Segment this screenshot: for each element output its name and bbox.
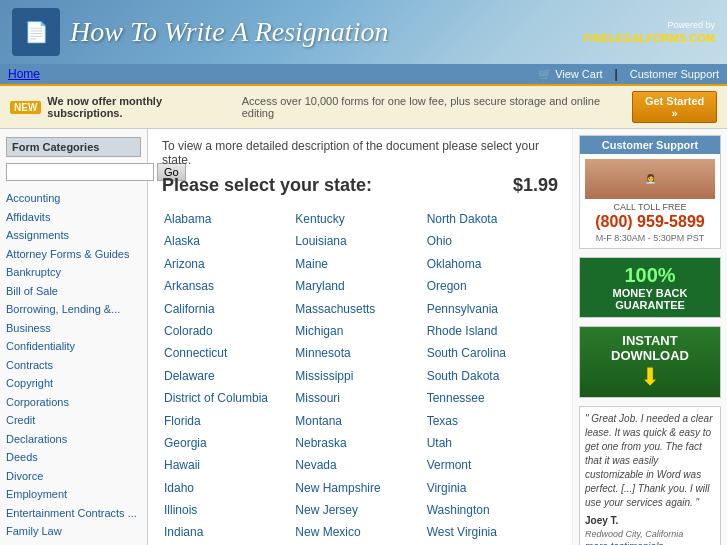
download-box: INSTANT DOWNLOAD ⬇ [579,326,721,398]
state-link[interactable]: Nebraska [295,432,414,454]
sidebar-item[interactable]: Bankruptcy [6,263,141,282]
state-link[interactable]: Tennessee [427,387,546,409]
state-link[interactable]: New Jersey [295,499,414,521]
state-link[interactable]: Indiana [164,521,283,543]
download-content: INSTANT DOWNLOAD ⬇ [580,327,720,397]
state-link[interactable]: Louisiana [295,230,414,252]
sidebar-item[interactable]: Entertainment Contracts ... [6,504,141,523]
state-link[interactable]: South Dakota [427,365,546,387]
support-header: Customer Support [580,136,720,154]
state-link[interactable]: Nevada [295,454,414,476]
state-link[interactable]: West Virginia [427,521,546,543]
testimonial-more-link[interactable]: more testimonials [585,541,663,545]
sidebar-item[interactable]: Attorney Forms & Guides [6,245,141,264]
sidebar-item[interactable]: Assignments [6,226,141,245]
sidebar-item[interactable]: Business [6,319,141,338]
state-link[interactable]: Oklahoma [427,253,546,275]
state-link[interactable]: Oregon [427,275,546,297]
powered-by-label: Powered by [584,20,715,30]
state-link[interactable]: Delaware [164,365,283,387]
document-icon: 📄 [12,8,60,56]
search-input[interactable] [6,163,154,181]
guarantee-line3: GUARANTEE [586,299,714,311]
state-link[interactable]: Virginia [427,477,546,499]
site-title: How To Write A Resignation [70,16,388,48]
navbar-home[interactable]: Home [8,67,40,81]
state-link[interactable]: New Hampshire [295,477,414,499]
state-link[interactable]: Ohio [427,230,546,252]
guarantee-line2: MONEY BACK [586,287,714,299]
state-link[interactable]: Maryland [295,275,414,297]
state-link[interactable]: Maine [295,253,414,275]
state-link[interactable]: Mississippi [295,365,414,387]
sidebar-item[interactable]: Family Law [6,522,141,541]
sidebar-links: AccountingAffidavitsAssignmentsAttorney … [6,189,141,545]
state-link[interactable]: Alabama [164,208,283,230]
sidebar-item[interactable]: Bill of Sale [6,282,141,301]
state-link[interactable]: Texas [427,410,546,432]
state-link[interactable]: Colorado [164,320,283,342]
state-link[interactable]: Massachusetts [295,298,414,320]
select-state-label: Please select your state: [162,175,372,196]
state-link[interactable]: New Mexico [295,521,414,543]
state-link[interactable]: Connecticut [164,342,283,364]
sidebar-item[interactable]: Affidavits [6,208,141,227]
guarantee-pct: 100% [586,264,714,287]
sidebar-item[interactable]: Employment [6,485,141,504]
get-started-button[interactable]: Get Started » [632,91,717,123]
new-badge: NEW [10,101,41,114]
sidebar-item[interactable]: Copyright [6,374,141,393]
state-link[interactable]: Washington [427,499,546,521]
support-call-label: CALL TOLL FREE [585,202,715,212]
sidebar-item[interactable]: Declarations [6,430,141,449]
sidebar-item[interactable]: Credit [6,411,141,430]
sidebar-item[interactable]: Contracts [6,356,141,375]
navbar-support[interactable]: Customer Support [630,68,719,80]
state-link[interactable]: Kentucky [295,208,414,230]
state-link[interactable]: Florida [164,410,283,432]
sidebar-item[interactable]: Government [6,541,141,546]
sidebar-item[interactable]: Corporations [6,393,141,412]
state-link[interactable]: Georgia [164,432,283,454]
support-person-image: 👩‍💼 [585,159,715,199]
sidebar-item[interactable]: Divorce [6,467,141,486]
support-box: Customer Support 👩‍💼 CALL TOLL FREE (800… [579,135,721,249]
state-link[interactable]: North Dakota [427,208,546,230]
sidebar-item[interactable]: Deeds [6,448,141,467]
download-title: INSTANT DOWNLOAD [586,333,714,363]
state-header: Please select your state: $1.99 [162,175,558,196]
states-table: AlabamaAlaskaArizonaArkansasCaliforniaCo… [162,206,558,545]
state-link[interactable]: Arkansas [164,275,283,297]
state-link[interactable]: Missouri [295,387,414,409]
state-link[interactable]: Arizona [164,253,283,275]
header: 📄 How To Write A Resignation Powered by … [0,0,727,64]
state-link[interactable]: California [164,298,283,320]
states-col3: North DakotaOhioOklahomaOregonPennsylvan… [427,208,556,545]
state-link[interactable]: Alaska [164,230,283,252]
state-link[interactable]: Idaho [164,477,283,499]
state-link[interactable]: Pennsylvania [427,298,546,320]
support-hours: M-F 8:30AM - 5:30PM PST [585,233,715,243]
state-link[interactable]: South Carolina [427,342,546,364]
state-link[interactable]: District of Columbia [164,387,283,409]
testimonial-name: Joey T. [585,514,715,528]
state-link[interactable]: Montana [295,410,414,432]
testimonial-quote: " Great Job. I needed a clear lease. It … [585,412,715,510]
state-link[interactable]: Minnesota [295,342,414,364]
state-link[interactable]: Rhode Island [427,320,546,342]
header-brand: Powered by FINDLEGALFORMS.COM [584,20,715,44]
state-link[interactable]: Vermont [427,454,546,476]
state-link[interactable]: Hawaii [164,454,283,476]
intro-text: To view a more detailed description of t… [162,139,558,167]
sidebar-item[interactable]: Accounting [6,189,141,208]
navbar-cart[interactable]: 🛒 View Cart [538,68,603,81]
sidebar-item[interactable]: Confidentiality [6,337,141,356]
banner-bold: We now offer monthly subscriptions. [47,95,235,119]
sidebar-item[interactable]: Borrowing, Lending &... [6,300,141,319]
state-link[interactable]: Utah [427,432,546,454]
state-link[interactable]: Michigan [295,320,414,342]
state-link[interactable]: Illinois [164,499,283,521]
brand-name: FINDLEGALFORMS.COM [584,32,715,44]
price-label: $1.99 [513,175,558,196]
states-col1: AlabamaAlaskaArizonaArkansasCaliforniaCo… [164,208,293,545]
